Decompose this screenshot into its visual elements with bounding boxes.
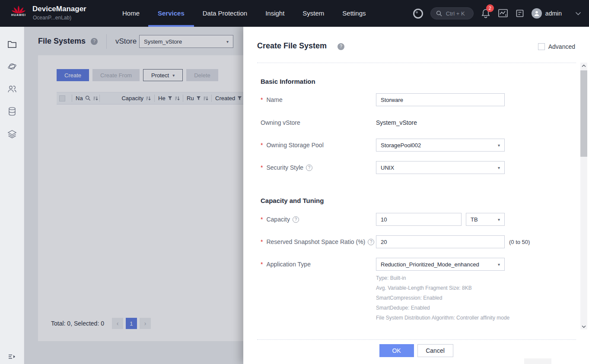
capacity-tuning-heading: Capacity and Tuning bbox=[261, 197, 324, 204]
search-shortcut: Ctrl + K bbox=[446, 10, 465, 17]
caret-down-icon: ▾ bbox=[498, 165, 500, 170]
required-marker: * bbox=[261, 261, 263, 268]
required-marker: * bbox=[261, 238, 263, 245]
performance-button[interactable] bbox=[498, 9, 508, 18]
application-type-label: * Application Type bbox=[261, 261, 311, 268]
app-title: DeviceManager bbox=[32, 5, 86, 13]
nav-item-settings[interactable]: Settings bbox=[342, 0, 366, 27]
sidebar-item-storage-pools[interactable] bbox=[0, 100, 24, 123]
username[interactable]: admin bbox=[545, 10, 562, 17]
capacity-label: * Capacity ? bbox=[261, 216, 299, 223]
name-label: * Name bbox=[261, 96, 283, 103]
snapshot-ratio-input[interactable] bbox=[376, 235, 505, 248]
owning-pool-select[interactable]: StoragePool002 ▾ bbox=[376, 139, 505, 152]
capacity-help-icon[interactable]: ? bbox=[293, 216, 299, 223]
advanced-checkbox[interactable] bbox=[538, 43, 545, 50]
application-type-info: Type: Built-in Avg. Variable-Length Frag… bbox=[376, 273, 509, 323]
sidebar-item-network[interactable] bbox=[0, 55, 24, 78]
security-style-help-icon[interactable]: ? bbox=[306, 165, 312, 171]
label-text: Application Type bbox=[266, 261, 310, 268]
alarms-button[interactable]: 2 bbox=[481, 8, 490, 19]
app-subtitle: OceanP...enLab) bbox=[33, 15, 71, 21]
expand-menu-button[interactable] bbox=[0, 350, 24, 363]
info-line: SmartCompression: Enabled bbox=[376, 293, 509, 303]
huawei-logo: HUAWEI bbox=[11, 3, 26, 20]
dialog-footer: OK Cancel bbox=[243, 344, 589, 357]
required-marker: * bbox=[261, 142, 263, 149]
info-line: Type: Built-in bbox=[376, 273, 509, 283]
top-header: HUAWEI DeviceManager OceanP...enLab) Hom… bbox=[0, 0, 589, 27]
caret-down-icon: ▾ bbox=[498, 143, 500, 148]
application-type-select[interactable]: Reduction_Prioritized_Mode_enhanced ▾ bbox=[376, 258, 505, 271]
alarm-badge: 2 bbox=[486, 4, 494, 12]
sidebar-item-file-systems[interactable] bbox=[0, 33, 24, 55]
required-marker: * bbox=[261, 164, 263, 171]
sidebar-item-resources[interactable] bbox=[0, 123, 24, 145]
status-donut-icon[interactable] bbox=[413, 9, 423, 19]
divider bbox=[257, 63, 576, 63]
advanced-toggle: Advanced bbox=[538, 43, 575, 50]
label-text: Name bbox=[266, 96, 282, 103]
owning-vstore-value: System_vStore bbox=[376, 119, 417, 126]
dialog-help-icon[interactable]: ? bbox=[337, 43, 344, 50]
globe-icon bbox=[7, 62, 17, 71]
scrollbar-thumb[interactable] bbox=[580, 70, 587, 157]
user-menu-chevron-icon[interactable] bbox=[575, 12, 581, 16]
sidebar-item-tenants[interactable] bbox=[0, 78, 24, 100]
user-avatar[interactable] bbox=[532, 8, 542, 19]
snapshot-ratio-hint: (0 to 50) bbox=[509, 239, 530, 245]
dialog-title: Create File System bbox=[257, 41, 327, 51]
main-nav: Home Services Data Protection Insight Sy… bbox=[122, 0, 366, 27]
nav-item-insight[interactable]: Insight bbox=[265, 0, 284, 27]
cancel-button[interactable]: Cancel bbox=[417, 344, 453, 357]
corner-widget bbox=[524, 358, 551, 364]
database-icon bbox=[8, 107, 16, 116]
name-input[interactable] bbox=[376, 93, 505, 106]
nav-item-home[interactable]: Home bbox=[122, 0, 140, 27]
scroll-up-arrow-icon[interactable] bbox=[580, 63, 587, 69]
snapshot-ratio-help-icon[interactable]: ? bbox=[368, 239, 374, 245]
snapshot-ratio-label: * Reserved Snapshot Space Ratio (%) ? bbox=[261, 238, 374, 245]
required-marker: * bbox=[261, 96, 263, 103]
info-line: SmartDedupe: Enabled bbox=[376, 303, 509, 313]
selected-value: StoragePool002 bbox=[381, 142, 421, 149]
create-file-system-dialog: Create File System ? Advanced Basic Info… bbox=[243, 26, 589, 364]
selected-value: UNIX bbox=[381, 165, 394, 171]
caret-down-icon: ▾ bbox=[498, 217, 500, 222]
nav-item-data-protection[interactable]: Data Protection bbox=[203, 0, 247, 27]
nav-item-services[interactable]: Services bbox=[158, 0, 185, 27]
tasks-button[interactable] bbox=[516, 9, 524, 18]
label-text: Owning Storage Pool bbox=[266, 142, 323, 149]
selected-value: TB bbox=[471, 216, 478, 223]
owning-vstore-label: Owning vStore bbox=[261, 119, 300, 126]
left-sidebar bbox=[0, 27, 24, 364]
security-style-select[interactable]: UNIX ▾ bbox=[376, 161, 505, 174]
label-text: Owning vStore bbox=[261, 119, 300, 126]
label-text: Reserved Snapshot Space Ratio (%) bbox=[266, 238, 365, 245]
expand-menu-icon bbox=[8, 354, 16, 360]
selected-value: Reduction_Prioritized_Mode_enhanced bbox=[381, 261, 479, 268]
nav-item-system[interactable]: System bbox=[302, 0, 324, 27]
layers-icon bbox=[7, 130, 17, 139]
label-text: Security Style bbox=[266, 164, 303, 171]
huawei-logo-text: HUAWEI bbox=[11, 13, 26, 16]
capacity-unit-select[interactable]: TB ▾ bbox=[466, 213, 505, 226]
capacity-input[interactable] bbox=[376, 213, 462, 226]
huawei-logo-icon bbox=[11, 3, 26, 14]
info-line: File System Distribution Algorithm: Cont… bbox=[376, 313, 509, 323]
search-icon bbox=[436, 10, 443, 17]
caret-down-icon: ▾ bbox=[498, 262, 500, 267]
global-search-input[interactable]: Ctrl + K bbox=[430, 7, 474, 19]
basic-information-heading: Basic Information bbox=[261, 78, 315, 85]
security-style-label: * Security Style ? bbox=[261, 164, 312, 171]
ok-button[interactable]: OK bbox=[379, 344, 414, 357]
users-icon bbox=[7, 85, 17, 93]
divider bbox=[257, 339, 576, 340]
label-text: Capacity bbox=[266, 216, 290, 223]
header-actions: Ctrl + K 2 bbox=[413, 0, 581, 27]
required-marker: * bbox=[261, 216, 263, 223]
dialog-scrollbar[interactable] bbox=[580, 63, 587, 329]
folder-icon bbox=[7, 40, 17, 48]
info-line: Avg. Variable-Length Fragment Size: 8KB bbox=[376, 283, 509, 293]
scroll-down-arrow-icon[interactable] bbox=[580, 323, 587, 329]
